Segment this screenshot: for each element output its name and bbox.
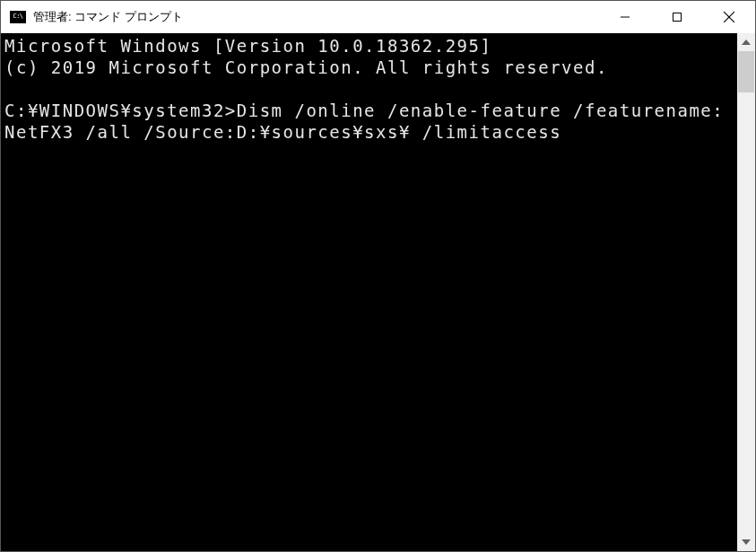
minimize-button[interactable]: [599, 1, 651, 32]
terminal-output[interactable]: Microsoft Windows [Version 10.0.18362.29…: [1, 33, 737, 551]
maximize-icon: [672, 12, 682, 22]
prompt-path: C:¥WINDOWS¥system32>: [4, 101, 237, 120]
copyright-line: (c) 2019 Microsoft Corporation. All righ…: [4, 57, 734, 78]
maximize-button[interactable]: [651, 1, 703, 32]
close-button[interactable]: [703, 1, 755, 32]
svg-rect-1: [673, 13, 682, 21]
window-title: 管理者: コマンド プロンプト: [33, 9, 599, 25]
scrollbar-thumb[interactable]: [738, 51, 754, 92]
titlebar[interactable]: C:\ 管理者: コマンド プロンプト: [1, 1, 755, 33]
vertical-scrollbar[interactable]: [737, 33, 755, 551]
scrollbar-track[interactable]: [737, 51, 755, 533]
minimize-icon: [620, 12, 630, 22]
chevron-down-icon: [742, 539, 751, 545]
cursor: [561, 124, 570, 142]
version-line: Microsoft Windows [Version 10.0.18362.29…: [4, 35, 734, 57]
cmd-icon-text: C:\: [13, 13, 22, 20]
scrollbar-down-button[interactable]: [737, 533, 755, 551]
chevron-up-icon: [742, 39, 751, 45]
close-icon: [723, 11, 735, 23]
scrollbar-up-button[interactable]: [737, 33, 755, 51]
command-line: C:¥WINDOWS¥system32>Dism /online /enable…: [4, 100, 734, 143]
blank-line: [4, 78, 734, 100]
terminal-area: Microsoft Windows [Version 10.0.18362.29…: [1, 33, 755, 551]
window-controls: [599, 1, 755, 32]
cmd-icon: C:\: [10, 11, 26, 23]
